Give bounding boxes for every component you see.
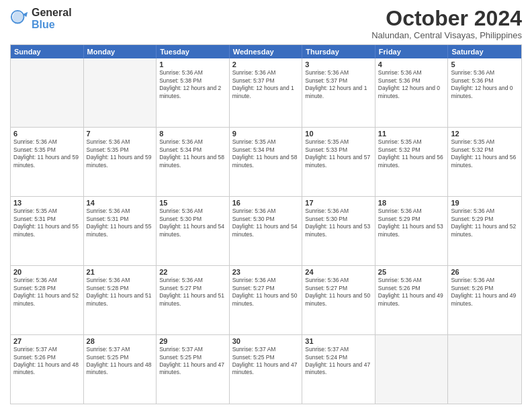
header-tuesday: Tuesday xyxy=(157,45,230,58)
calendar-row-0: 1Sunrise: 5:36 AM Sunset: 5:38 PM Daylig… xyxy=(11,58,521,127)
cell-details: Sunrise: 5:36 AM Sunset: 5:35 PM Dayligh… xyxy=(87,138,154,169)
calendar-cell-4-4: 31Sunrise: 5:37 AM Sunset: 5:24 PM Dayli… xyxy=(302,335,375,404)
day-number: 25 xyxy=(378,268,445,276)
day-number: 15 xyxy=(159,199,226,207)
cell-details: Sunrise: 5:35 AM Sunset: 5:32 PM Dayligh… xyxy=(451,138,519,169)
calendar-cell-0-0 xyxy=(11,58,84,127)
cell-details: Sunrise: 5:37 AM Sunset: 5:25 PM Dayligh… xyxy=(87,346,154,377)
cell-details: Sunrise: 5:36 AM Sunset: 5:34 PM Dayligh… xyxy=(159,138,226,169)
calendar-body: 1Sunrise: 5:36 AM Sunset: 5:38 PM Daylig… xyxy=(11,58,521,404)
cell-details: Sunrise: 5:36 AM Sunset: 5:30 PM Dayligh… xyxy=(159,208,226,238)
day-number: 28 xyxy=(87,337,154,345)
day-number: 26 xyxy=(451,268,519,276)
day-number: 6 xyxy=(13,130,81,138)
calendar-cell-2-5: 18Sunrise: 5:36 AM Sunset: 5:29 PM Dayli… xyxy=(375,197,449,265)
logo-blue-text: Blue xyxy=(32,19,72,31)
day-number: 17 xyxy=(305,199,372,207)
calendar-cell-1-2: 8Sunrise: 5:36 AM Sunset: 5:34 PM Daylig… xyxy=(157,128,230,196)
calendar-cell-4-6 xyxy=(448,335,521,404)
logo-text: General Blue xyxy=(32,7,72,30)
cell-details: Sunrise: 5:36 AM Sunset: 5:31 PM Dayligh… xyxy=(87,208,154,238)
cell-details: Sunrise: 5:36 AM Sunset: 5:28 PM Dayligh… xyxy=(87,277,154,308)
cell-details: Sunrise: 5:36 AM Sunset: 5:35 PM Dayligh… xyxy=(13,138,81,169)
header-wednesday: Wednesday xyxy=(230,45,303,58)
cell-details: Sunrise: 5:36 AM Sunset: 5:26 PM Dayligh… xyxy=(378,277,445,308)
cell-details: Sunrise: 5:36 AM Sunset: 5:27 PM Dayligh… xyxy=(159,277,226,308)
cell-details: Sunrise: 5:36 AM Sunset: 5:36 PM Dayligh… xyxy=(378,69,445,100)
calendar-cell-0-3: 2Sunrise: 5:36 AM Sunset: 5:37 PM Daylig… xyxy=(230,58,303,127)
location-subtitle: Nalundan, Central Visayas, Philippines xyxy=(371,30,522,40)
cell-details: Sunrise: 5:36 AM Sunset: 5:28 PM Dayligh… xyxy=(13,277,81,308)
calendar-cell-2-6: 19Sunrise: 5:36 AM Sunset: 5:29 PM Dayli… xyxy=(448,197,521,265)
day-number: 4 xyxy=(378,60,445,68)
calendar-cell-1-3: 9Sunrise: 5:35 AM Sunset: 5:34 PM Daylig… xyxy=(230,128,303,196)
day-number: 19 xyxy=(451,199,519,207)
cell-details: Sunrise: 5:36 AM Sunset: 5:36 PM Dayligh… xyxy=(451,69,519,100)
calendar-cell-4-2: 29Sunrise: 5:37 AM Sunset: 5:25 PM Dayli… xyxy=(157,335,230,404)
cell-details: Sunrise: 5:35 AM Sunset: 5:34 PM Dayligh… xyxy=(232,138,300,169)
logo-general-text: General xyxy=(32,7,72,19)
calendar-cell-3-2: 22Sunrise: 5:36 AM Sunset: 5:27 PM Dayli… xyxy=(157,266,230,334)
header-friday: Friday xyxy=(375,45,449,58)
day-number: 18 xyxy=(378,199,445,207)
cell-details: Sunrise: 5:37 AM Sunset: 5:26 PM Dayligh… xyxy=(13,346,81,377)
calendar-cell-4-1: 28Sunrise: 5:37 AM Sunset: 5:25 PM Dayli… xyxy=(84,335,157,404)
calendar-cell-1-6: 12Sunrise: 5:35 AM Sunset: 5:32 PM Dayli… xyxy=(448,128,521,196)
calendar-cell-0-1 xyxy=(84,58,157,127)
header-thursday: Thursday xyxy=(302,45,375,58)
cell-details: Sunrise: 5:36 AM Sunset: 5:38 PM Dayligh… xyxy=(159,69,226,100)
calendar-row-2: 13Sunrise: 5:35 AM Sunset: 5:31 PM Dayli… xyxy=(11,196,521,265)
day-number: 8 xyxy=(159,130,226,138)
header-sunday: Sunday xyxy=(11,45,84,58)
cell-details: Sunrise: 5:36 AM Sunset: 5:37 PM Dayligh… xyxy=(232,69,300,100)
day-number: 21 xyxy=(87,268,154,276)
cell-details: Sunrise: 5:36 AM Sunset: 5:29 PM Dayligh… xyxy=(378,208,445,238)
day-number: 23 xyxy=(232,268,300,276)
calendar-cell-2-0: 13Sunrise: 5:35 AM Sunset: 5:31 PM Dayli… xyxy=(11,197,84,265)
logo: General Blue xyxy=(10,7,72,30)
calendar-cell-2-1: 14Sunrise: 5:36 AM Sunset: 5:31 PM Dayli… xyxy=(84,197,157,265)
month-title: October 2024 xyxy=(371,7,522,30)
day-number: 12 xyxy=(451,130,519,138)
calendar-cell-2-3: 16Sunrise: 5:36 AM Sunset: 5:30 PM Dayli… xyxy=(230,197,303,265)
calendar-row-1: 6Sunrise: 5:36 AM Sunset: 5:35 PM Daylig… xyxy=(11,127,521,196)
calendar-cell-3-1: 21Sunrise: 5:36 AM Sunset: 5:28 PM Dayli… xyxy=(84,266,157,334)
calendar-cell-3-5: 25Sunrise: 5:36 AM Sunset: 5:26 PM Dayli… xyxy=(375,266,449,334)
calendar-cell-1-5: 11Sunrise: 5:35 AM Sunset: 5:32 PM Dayli… xyxy=(375,128,449,196)
calendar-cell-4-0: 27Sunrise: 5:37 AM Sunset: 5:26 PM Dayli… xyxy=(11,335,84,404)
day-number: 24 xyxy=(305,268,372,276)
calendar-row-4: 27Sunrise: 5:37 AM Sunset: 5:26 PM Dayli… xyxy=(11,334,521,404)
cell-details: Sunrise: 5:36 AM Sunset: 5:30 PM Dayligh… xyxy=(232,208,300,238)
day-number: 22 xyxy=(159,268,226,276)
cell-details: Sunrise: 5:35 AM Sunset: 5:31 PM Dayligh… xyxy=(13,208,81,238)
day-number: 16 xyxy=(232,199,300,207)
day-number: 11 xyxy=(378,130,445,138)
cell-details: Sunrise: 5:36 AM Sunset: 5:30 PM Dayligh… xyxy=(305,208,372,238)
calendar-cell-3-3: 23Sunrise: 5:36 AM Sunset: 5:27 PM Dayli… xyxy=(230,266,303,334)
calendar: Sunday Monday Tuesday Wednesday Thursday… xyxy=(10,44,522,404)
day-number: 14 xyxy=(87,199,154,207)
header: General Blue October 2024 Nalundan, Cent… xyxy=(10,7,522,40)
cell-details: Sunrise: 5:36 AM Sunset: 5:37 PM Dayligh… xyxy=(305,69,372,100)
cell-details: Sunrise: 5:36 AM Sunset: 5:27 PM Dayligh… xyxy=(305,277,372,308)
calendar-cell-1-1: 7Sunrise: 5:36 AM Sunset: 5:35 PM Daylig… xyxy=(84,128,157,196)
calendar-cell-1-4: 10Sunrise: 5:35 AM Sunset: 5:33 PM Dayli… xyxy=(302,128,375,196)
day-number: 1 xyxy=(159,60,226,68)
calendar-cell-0-4: 3Sunrise: 5:36 AM Sunset: 5:37 PM Daylig… xyxy=(302,58,375,127)
cell-details: Sunrise: 5:37 AM Sunset: 5:25 PM Dayligh… xyxy=(159,346,226,377)
calendar-cell-0-5: 4Sunrise: 5:36 AM Sunset: 5:36 PM Daylig… xyxy=(375,58,449,127)
day-number: 20 xyxy=(13,268,81,276)
calendar-header: Sunday Monday Tuesday Wednesday Thursday… xyxy=(11,45,521,58)
day-number: 10 xyxy=(305,130,372,138)
header-monday: Monday xyxy=(84,45,157,58)
cell-details: Sunrise: 5:36 AM Sunset: 5:29 PM Dayligh… xyxy=(451,208,519,238)
day-number: 29 xyxy=(159,337,226,345)
header-saturday: Saturday xyxy=(448,45,521,58)
cell-details: Sunrise: 5:37 AM Sunset: 5:25 PM Dayligh… xyxy=(232,346,300,377)
day-number: 9 xyxy=(232,130,300,138)
calendar-cell-4-3: 30Sunrise: 5:37 AM Sunset: 5:25 PM Dayli… xyxy=(230,335,303,404)
day-number: 3 xyxy=(305,60,372,68)
cell-details: Sunrise: 5:37 AM Sunset: 5:24 PM Dayligh… xyxy=(305,346,372,377)
cell-details: Sunrise: 5:36 AM Sunset: 5:27 PM Dayligh… xyxy=(232,277,300,308)
cell-details: Sunrise: 5:35 AM Sunset: 5:33 PM Dayligh… xyxy=(305,138,372,169)
